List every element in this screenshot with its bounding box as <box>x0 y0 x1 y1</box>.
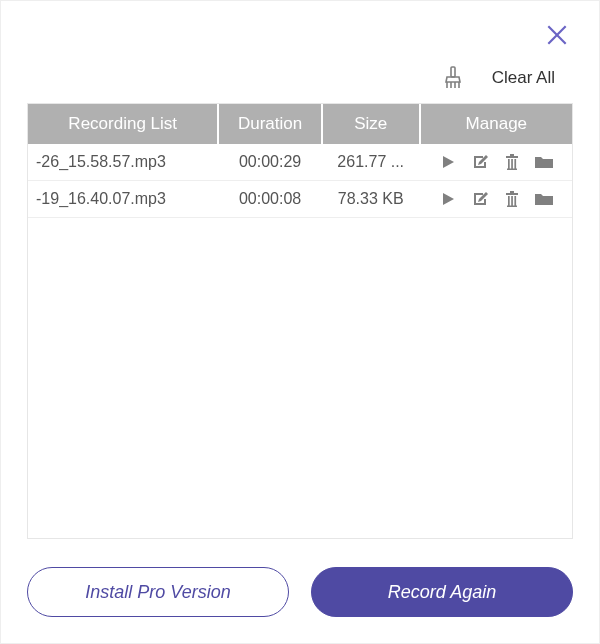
cell-name: -19_16.40.07.mp3 <box>28 181 218 218</box>
play-button[interactable] <box>438 189 458 209</box>
svg-rect-12 <box>514 159 516 169</box>
col-header-manage: Manage <box>420 104 572 144</box>
svg-rect-10 <box>508 159 510 169</box>
table-row: -19_16.40.07.mp3 00:00:08 78.33 KB <box>28 181 572 218</box>
recording-table: Recording List Duration Size Manage -26_… <box>28 104 572 218</box>
rename-button[interactable] <box>470 189 490 209</box>
trash-icon <box>504 190 520 208</box>
close-icon <box>544 22 570 48</box>
svg-rect-15 <box>506 193 518 195</box>
recording-table-container: Recording List Duration Size Manage -26_… <box>27 103 573 539</box>
titlebar <box>27 19 573 59</box>
record-again-button[interactable]: Record Again <box>311 567 573 617</box>
play-icon <box>440 191 456 207</box>
svg-rect-11 <box>511 159 513 169</box>
recording-list-dialog: Clear All Recording List Duration Size M… <box>0 0 600 644</box>
col-header-duration: Duration <box>218 104 321 144</box>
col-header-size: Size <box>322 104 420 144</box>
svg-rect-8 <box>506 156 518 158</box>
cell-manage <box>420 181 572 218</box>
cell-duration: 00:00:29 <box>218 144 321 181</box>
close-button[interactable] <box>541 19 573 51</box>
edit-icon <box>471 190 489 208</box>
manage-actions <box>428 189 564 209</box>
rename-button[interactable] <box>470 152 490 172</box>
svg-rect-2 <box>451 67 455 77</box>
table-header-row: Recording List Duration Size Manage <box>28 104 572 144</box>
svg-rect-17 <box>508 196 510 206</box>
cell-size: 261.77 ... <box>322 144 420 181</box>
open-folder-button[interactable] <box>534 152 554 172</box>
manage-actions <box>428 152 564 172</box>
play-button[interactable] <box>438 152 458 172</box>
cleanup-button[interactable] <box>442 65 464 91</box>
delete-button[interactable] <box>502 152 522 172</box>
svg-rect-9 <box>510 154 514 156</box>
table-row: -26_15.58.57.mp3 00:00:29 261.77 ... <box>28 144 572 181</box>
install-pro-button[interactable]: Install Pro Version <box>27 567 289 617</box>
play-icon <box>440 154 456 170</box>
footer: Install Pro Version Record Again <box>27 567 573 617</box>
cell-name: -26_15.58.57.mp3 <box>28 144 218 181</box>
col-header-name: Recording List <box>28 104 218 144</box>
open-folder-button[interactable] <box>534 189 554 209</box>
cell-duration: 00:00:08 <box>218 181 321 218</box>
brush-icon <box>443 66 463 90</box>
clear-all-button[interactable]: Clear All <box>492 68 555 88</box>
cell-manage <box>420 144 572 181</box>
svg-rect-19 <box>514 196 516 206</box>
folder-icon <box>534 154 554 170</box>
edit-icon <box>471 153 489 171</box>
folder-icon <box>534 191 554 207</box>
svg-rect-18 <box>511 196 513 206</box>
svg-marker-14 <box>443 193 454 205</box>
svg-marker-7 <box>443 156 454 168</box>
svg-rect-16 <box>510 191 514 193</box>
toolbar: Clear All <box>27 59 573 103</box>
cell-size: 78.33 KB <box>322 181 420 218</box>
trash-icon <box>504 153 520 171</box>
delete-button[interactable] <box>502 189 522 209</box>
svg-rect-20 <box>507 206 517 208</box>
svg-rect-13 <box>507 169 517 171</box>
